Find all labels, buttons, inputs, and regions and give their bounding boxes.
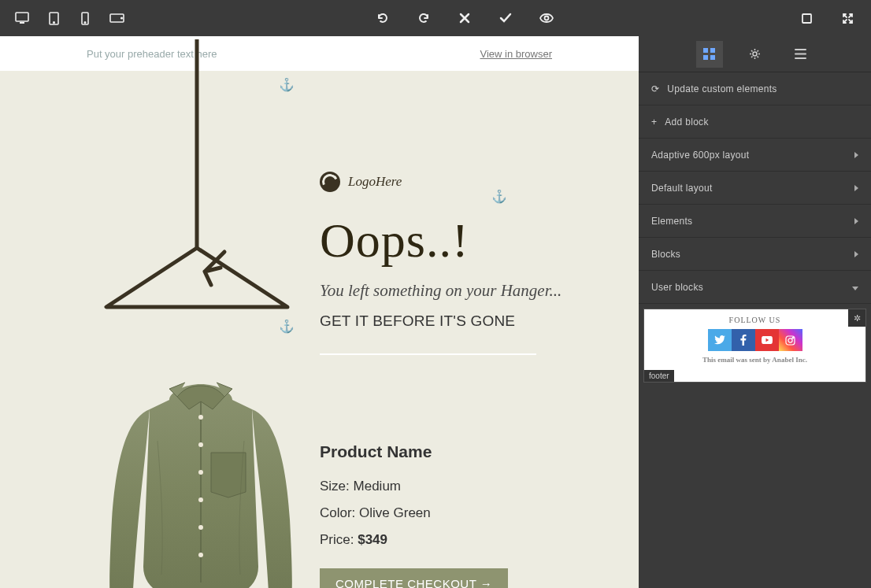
side-panel: ⟳Update custom elements +Add block Adapt… — [639, 36, 871, 588]
section-blocks[interactable]: Blocks — [639, 238, 871, 271]
cancel-icon[interactable] — [455, 9, 474, 28]
svg-point-16 — [198, 553, 203, 557]
svg-point-3 — [53, 21, 54, 23]
refresh-icon: ⟳ — [651, 83, 659, 94]
device-landscape-icon[interactable] — [101, 0, 132, 36]
thumb-subtitle: This email was sent by Anabel Inc. — [702, 356, 807, 364]
facebook-icon — [732, 329, 755, 351]
chevron-right-icon — [854, 249, 858, 260]
svg-point-24 — [792, 337, 793, 338]
apply-icon[interactable] — [496, 9, 515, 28]
email-body: ⚓ ⚓ ⚓ LogoHere Oops..! You left somethin… — [0, 71, 639, 588]
svg-rect-1 — [20, 22, 24, 24]
top-toolbar — [0, 0, 871, 36]
product-size: Size: Medium — [320, 479, 587, 494]
panel-tabs — [639, 36, 871, 72]
chevron-right-icon — [854, 183, 858, 194]
canvas[interactable]: Put your preheader text here View in bro… — [0, 36, 639, 588]
svg-rect-9 — [802, 14, 811, 23]
section-default-layout[interactable]: Default layout — [639, 172, 871, 205]
logo-mark-icon — [320, 172, 340, 192]
section-user-blocks[interactable]: User blocks — [639, 271, 871, 304]
thumb-label: footer — [644, 370, 674, 382]
headline: Oops..! — [320, 216, 587, 264]
redo-icon[interactable] — [414, 9, 433, 28]
product-name: Product Name — [320, 442, 587, 461]
divider — [320, 353, 536, 355]
preview-icon[interactable] — [537, 9, 556, 28]
svg-point-13 — [198, 470, 203, 475]
svg-point-12 — [198, 442, 203, 447]
svg-point-21 — [753, 52, 757, 56]
urgency-text: GET IT BEFORE IT'S GONE — [320, 312, 587, 330]
product-price: Price: $349 — [320, 532, 587, 548]
view-in-browser-link[interactable]: View in browser — [480, 48, 552, 60]
frame-icon[interactable] — [797, 9, 816, 28]
device-tablet-icon[interactable] — [38, 0, 69, 36]
undo-icon[interactable] — [373, 9, 392, 28]
tab-menu-icon[interactable] — [788, 41, 814, 68]
youtube-icon — [755, 329, 779, 351]
logo-text: LogoHere — [348, 174, 402, 190]
section-adaptive-layout[interactable]: Adaptive 600px layout — [639, 139, 871, 172]
hero-copy: LogoHere Oops..! You left something on y… — [320, 146, 587, 355]
section-elements[interactable]: Elements — [639, 205, 871, 238]
svg-rect-20 — [710, 55, 715, 60]
add-block[interactable]: +Add block — [639, 105, 871, 139]
thumb-title: FOLLOW US — [729, 316, 781, 324]
plus-icon: + — [651, 116, 657, 128]
svg-point-5 — [84, 21, 86, 23]
twitter-icon — [708, 329, 732, 351]
svg-rect-0 — [16, 13, 28, 21]
chevron-right-icon — [854, 150, 858, 161]
product-image — [95, 378, 307, 588]
checkout-button[interactable]: COMPLETE CHECKOUT → — [320, 568, 508, 588]
svg-point-23 — [788, 338, 792, 342]
svg-point-14 — [198, 497, 203, 502]
instagram-icon — [779, 329, 802, 351]
svg-point-7 — [120, 17, 122, 19]
svg-point-15 — [198, 525, 203, 530]
chevron-right-icon — [854, 216, 858, 227]
svg-rect-18 — [710, 48, 715, 53]
svg-point-8 — [545, 17, 549, 20]
chevron-down-icon — [852, 282, 858, 293]
social-icons — [708, 329, 802, 351]
svg-rect-19 — [703, 55, 708, 60]
svg-point-11 — [198, 415, 203, 420]
svg-rect-17 — [703, 48, 708, 53]
tab-settings-icon[interactable] — [742, 41, 769, 68]
product-details: Product Name Size: Medium Color: Olive G… — [320, 442, 587, 588]
product-color: Color: Olive Green — [320, 505, 587, 521]
fullscreen-icon[interactable] — [838, 9, 857, 28]
tab-blocks-icon[interactable] — [696, 41, 723, 68]
block-thumbnail-footer[interactable]: ✲ FOLLOW US This email was sent by Anabe… — [643, 309, 866, 383]
tagline: You left something on your Hanger... — [320, 280, 587, 301]
logo: LogoHere — [320, 172, 587, 192]
update-custom-elements[interactable]: ⟳Update custom elements — [639, 72, 871, 105]
hanger-illustration — [0, 39, 299, 323]
device-desktop-icon[interactable] — [6, 0, 38, 36]
device-phone-icon[interactable] — [69, 0, 101, 36]
